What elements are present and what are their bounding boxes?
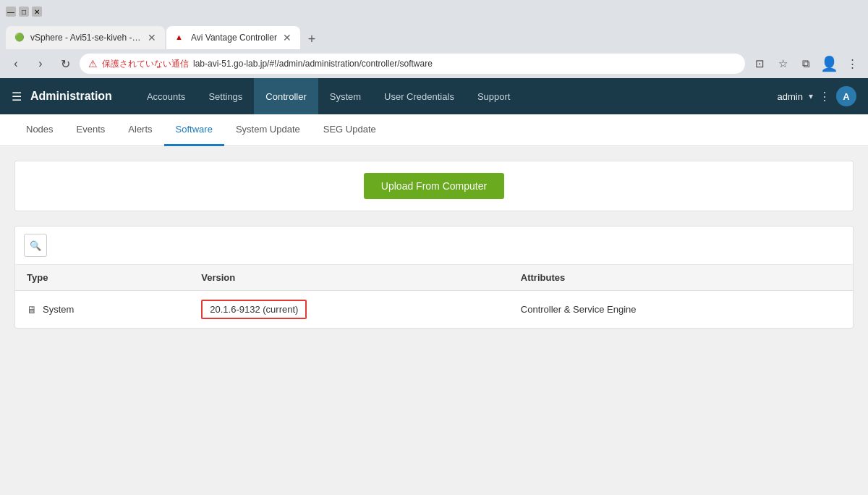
monitor-icon: 🖥 [27, 304, 37, 316]
vsphere-tab-title: vSphere - Avi51-se-kiveh - サマリ [30, 32, 142, 44]
nav-item-support[interactable]: Support [466, 78, 522, 114]
software-table-section: 🔍 Type Version Attributes [14, 226, 854, 329]
security-warning-icon: ⚠ [88, 58, 98, 69]
sub-nav-software[interactable]: Software [164, 114, 224, 146]
cell-type: 🖥 System [15, 291, 190, 329]
nav-right: admin ▾ ⋮ A [778, 86, 856, 106]
app-navbar: ☰ Administration Accounts Settings Contr… [0, 78, 868, 114]
bookmark-icon[interactable]: ☆ [773, 54, 793, 74]
sub-nav-alerts[interactable]: Alerts [116, 114, 163, 146]
avi-favicon: ▲ [175, 33, 185, 43]
menu-icon[interactable]: ⋮ [842, 54, 862, 74]
search-button[interactable]: 🔍 [24, 234, 47, 257]
sub-nav-seg-update[interactable]: SEG Update [312, 114, 388, 146]
nav-item-settings[interactable]: Settings [197, 78, 254, 114]
profile-icon[interactable]: 👤 [819, 54, 839, 74]
nav-user-chevron[interactable]: ▾ [809, 91, 813, 101]
address-box[interactable]: ⚠ 保護されていない通信 lab-avi-51.go-lab.jp/#!/adm… [80, 54, 745, 74]
nav-item-system[interactable]: System [318, 78, 373, 114]
search-icon: 🔍 [30, 240, 41, 251]
refresh-button[interactable]: ↻ [55, 54, 75, 74]
nav-item-accounts[interactable]: Accounts [135, 78, 197, 114]
nav-more-options[interactable]: ⋮ [819, 90, 830, 103]
browser-tab-vsphere[interactable]: 🟢 vSphere - Avi51-se-kiveh - サマリ ✕ [6, 26, 165, 49]
window-controls: — □ ✕ [6, 7, 42, 17]
security-warning-text: 保護されていない通信 [102, 58, 189, 70]
nav-item-controller[interactable]: Controller [254, 78, 318, 114]
avi-tab-title: Avi Vantage Controller [191, 33, 277, 43]
browser-tab-avi[interactable]: ▲ Avi Vantage Controller ✕ [166, 26, 300, 49]
avi-tab-close[interactable]: ✕ [283, 32, 292, 43]
extensions-icon[interactable]: ⧉ [796, 54, 816, 74]
table-toolbar: 🔍 [15, 227, 853, 265]
table-row: 🖥 System 20.1.6-9132 (current) Controlle… [15, 291, 853, 329]
close-button[interactable]: ✕ [32, 7, 42, 17]
sub-nav-nodes[interactable]: Nodes [14, 114, 65, 146]
col-header-type: Type [15, 265, 190, 291]
cell-version: 20.1.6-9132 (current) [190, 291, 509, 329]
nav-username: admin [778, 91, 803, 102]
forward-button[interactable]: › [30, 54, 51, 74]
nav-hamburger-icon[interactable]: ☰ [12, 90, 22, 103]
nav-brand: Administration [30, 90, 112, 103]
nav-item-user-credentials[interactable]: User Credentials [373, 78, 466, 114]
upload-card: Upload From Computer [14, 161, 854, 211]
app-content: ☰ Administration Accounts Settings Contr… [0, 78, 868, 495]
sub-nav-system-update[interactable]: System Update [224, 114, 312, 146]
vsphere-favicon: 🟢 [14, 33, 25, 43]
sub-nav-events[interactable]: Events [65, 114, 117, 146]
upload-from-computer-button[interactable]: Upload From Computer [364, 173, 504, 199]
new-tab-button[interactable]: + [302, 29, 322, 49]
sub-navbar: Nodes Events Alerts Software System Upda… [0, 114, 868, 146]
software-table: Type Version Attributes 🖥 System [15, 265, 853, 328]
cell-attributes: Controller & Service Engine [509, 291, 853, 329]
title-bar: — □ ✕ [0, 0, 868, 23]
nav-logo-icon: A [836, 86, 856, 106]
nav-items: Accounts Settings Controller System User… [135, 78, 778, 114]
address-url: lab-avi-51.go-lab.jp/#!/admin/administra… [193, 59, 433, 69]
main-content: Upload From Computer 🔍 Type Version Attr… [0, 146, 868, 495]
minimize-button[interactable]: — [6, 7, 16, 17]
back-button[interactable]: ‹ [6, 54, 26, 74]
version-value: 20.1.6-9132 (current) [201, 300, 307, 319]
cast-icon[interactable]: ⊡ [749, 54, 770, 74]
address-bar-row: ‹ › ↻ ⚠ 保護されていない通信 lab-avi-51.go-lab.jp/… [0, 49, 868, 78]
maximize-button[interactable]: □ [19, 7, 29, 17]
col-header-attributes: Attributes [509, 265, 853, 291]
vsphere-tab-close[interactable]: ✕ [148, 32, 156, 43]
tabs-bar: 🟢 vSphere - Avi51-se-kiveh - サマリ ✕ ▲ Avi… [0, 23, 868, 49]
col-header-version: Version [190, 265, 509, 291]
toolbar-icons: ⊡ ☆ ⧉ 👤 ⋮ [749, 54, 862, 74]
type-label: System [43, 304, 74, 315]
